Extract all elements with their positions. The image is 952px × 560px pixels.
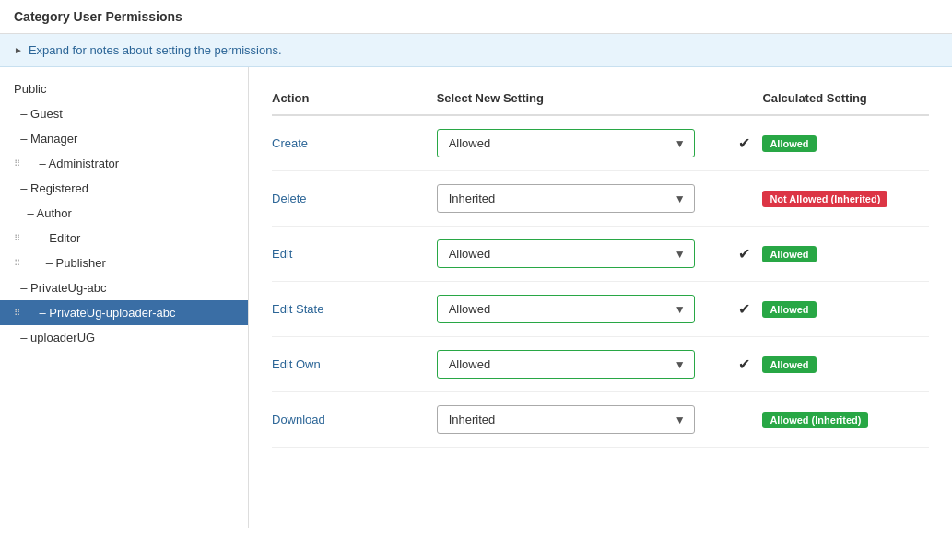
sidebar-item-label: – PrivateUg-abc bbox=[14, 281, 106, 295]
calc-cell: Allowed bbox=[762, 282, 929, 337]
sidebar-item-label: – Editor bbox=[26, 231, 80, 245]
calc-cell: Not Allowed (Inherited) bbox=[762, 171, 929, 227]
permission-select[interactable]: Inherited Allowed Denied bbox=[437, 295, 695, 323]
sidebar-item-registered[interactable]: – Registered bbox=[0, 176, 248, 201]
action-label: Edit Own bbox=[272, 337, 437, 392]
permission-select[interactable]: Inherited Allowed Denied bbox=[437, 350, 695, 379]
calc-badge: Allowed bbox=[762, 135, 816, 152]
expand-link[interactable]: Expand for notes about setting the permi… bbox=[29, 43, 282, 57]
expand-arrow-icon: ► bbox=[14, 45, 23, 55]
select-cell: Inherited Allowed Denied ▼ bbox=[437, 227, 727, 282]
sidebar-item-label: – uploaderUG bbox=[14, 331, 95, 344]
check-cell: ✔ bbox=[727, 337, 763, 392]
sidebar-item-public[interactable]: Public bbox=[0, 76, 248, 101]
sidebar-item-label: – Administrator bbox=[26, 157, 119, 170]
sidebar-item-privateug-uploader-abc[interactable]: ⠿ – PrivateUg-uploader-abc bbox=[0, 300, 248, 325]
calc-cell: Allowed bbox=[762, 337, 929, 392]
sidebar-item-editor[interactable]: ⠿ – Editor bbox=[0, 226, 248, 251]
col-header-setting: Select New Setting bbox=[437, 86, 727, 115]
sidebar-item-label: – PrivateUg-uploader-abc bbox=[26, 306, 176, 320]
calc-cell: Allowed (Inherited) bbox=[762, 392, 929, 448]
check-cell bbox=[727, 392, 763, 448]
check-cell bbox=[727, 171, 763, 227]
sidebar-item-manager[interactable]: – Manager bbox=[0, 126, 248, 151]
select-cell: Inherited Allowed Denied ▼ bbox=[437, 171, 727, 227]
sidebar-item-label: Public bbox=[14, 82, 46, 96]
table-row: Download Inherited Allowed Denied ▼ Allo… bbox=[272, 392, 929, 448]
check-icon: ✔ bbox=[738, 301, 750, 317]
sidebar-item-publisher[interactable]: ⠿ – Publisher bbox=[0, 251, 248, 275]
action-label: Edit State bbox=[272, 282, 437, 337]
check-cell: ✔ bbox=[727, 115, 763, 171]
action-label: Delete bbox=[272, 171, 437, 227]
drag-handle-icon[interactable]: ⠿ bbox=[14, 258, 20, 268]
sidebar-item-label: – Guest bbox=[14, 107, 63, 121]
calc-badge: Allowed bbox=[762, 246, 816, 262]
sidebar-item-uploaderUG[interactable]: – uploaderUG bbox=[0, 325, 248, 350]
check-icon: ✔ bbox=[738, 135, 750, 151]
permission-select[interactable]: Inherited Allowed Denied bbox=[437, 129, 695, 158]
page-header: Category User Permissions bbox=[0, 0, 952, 34]
select-cell: Inherited Allowed Denied ▼ bbox=[437, 337, 727, 392]
action-label: Download bbox=[272, 392, 437, 448]
drag-handle-icon[interactable]: ⠿ bbox=[14, 308, 20, 318]
table-row: Edit Own Inherited Allowed Denied ▼ ✔ Al… bbox=[272, 337, 929, 392]
permission-select[interactable]: Inherited Allowed Denied bbox=[437, 405, 695, 434]
permission-select[interactable]: Inherited Allowed Denied bbox=[437, 184, 695, 213]
col-header-action: Action bbox=[272, 86, 437, 115]
table-row: Edit Inherited Allowed Denied ▼ ✔ Allowe… bbox=[272, 227, 929, 282]
action-label: Edit bbox=[272, 227, 437, 282]
sidebar-item-label: – Registered bbox=[14, 181, 88, 195]
action-label: Create bbox=[272, 115, 437, 171]
drag-handle-icon[interactable]: ⠿ bbox=[14, 158, 20, 169]
expand-bar[interactable]: ► Expand for notes about setting the per… bbox=[0, 34, 952, 67]
select-cell: Inherited Allowed Denied ▼ bbox=[437, 115, 727, 171]
calc-badge: Allowed (Inherited) bbox=[762, 412, 868, 428]
calc-badge: Allowed bbox=[762, 356, 816, 373]
col-header-calc: Calculated Setting bbox=[762, 86, 929, 115]
drag-handle-icon[interactable]: ⠿ bbox=[14, 233, 20, 243]
table-row: Delete Inherited Allowed Denied ▼ Not Al… bbox=[272, 171, 929, 227]
table-row: Edit State Inherited Allowed Denied ▼ ✔ … bbox=[272, 282, 929, 337]
sidebar-item-guest[interactable]: – Guest bbox=[0, 101, 248, 126]
calc-cell: Allowed bbox=[762, 227, 929, 282]
sidebar-item-privateug-abc[interactable]: – PrivateUg-abc bbox=[0, 275, 248, 300]
table-row: Create Inherited Allowed Denied ▼ ✔ Allo… bbox=[272, 115, 929, 171]
calc-cell: Allowed bbox=[762, 115, 929, 171]
check-cell: ✔ bbox=[727, 227, 763, 282]
sidebar-item-label: – Publisher bbox=[26, 256, 106, 270]
select-cell: Inherited Allowed Denied ▼ bbox=[437, 282, 727, 337]
sidebar-item-author[interactable]: – Author bbox=[0, 201, 248, 226]
sidebar: Public – Guest – Manager⠿ – Administrato… bbox=[0, 67, 249, 528]
permission-select[interactable]: Inherited Allowed Denied bbox=[437, 239, 695, 268]
sidebar-item-label: – Author bbox=[14, 206, 72, 220]
check-icon: ✔ bbox=[738, 356, 750, 372]
content-area: Action Select New Setting Calculated Set… bbox=[249, 67, 952, 528]
calc-badge: Allowed bbox=[762, 301, 816, 318]
sidebar-item-label: – Manager bbox=[14, 132, 77, 146]
check-icon: ✔ bbox=[738, 246, 750, 262]
sidebar-item-administrator[interactable]: ⠿ – Administrator bbox=[0, 151, 248, 176]
check-cell: ✔ bbox=[727, 282, 763, 337]
select-cell: Inherited Allowed Denied ▼ bbox=[437, 392, 727, 448]
page-title: Category User Permissions bbox=[14, 9, 182, 24]
calc-badge: Not Allowed (Inherited) bbox=[762, 191, 887, 207]
